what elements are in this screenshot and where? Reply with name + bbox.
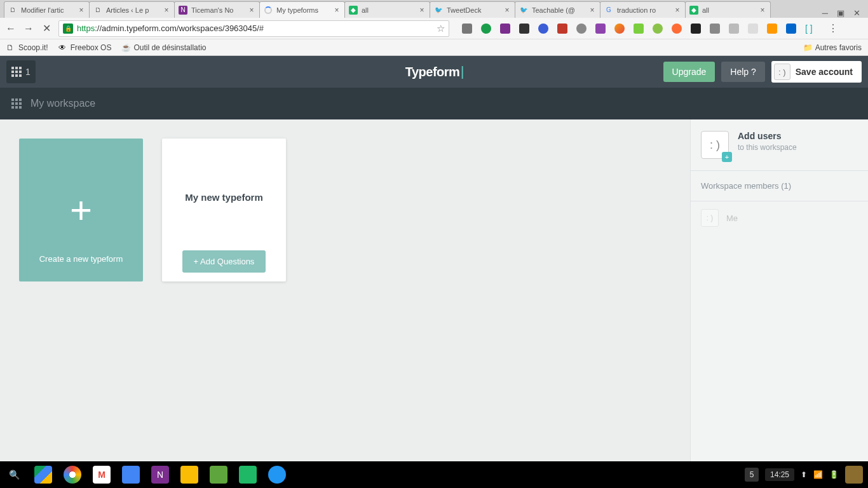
ext-icon[interactable] xyxy=(710,24,720,34)
ext-icon[interactable] xyxy=(481,24,491,34)
freebox-icon: 👁 xyxy=(58,43,67,52)
onenote-icon[interactable]: N xyxy=(151,466,169,484)
tab-title: Teachable (@ xyxy=(532,6,586,14)
close-icon[interactable]: × xyxy=(78,6,85,14)
add-users-panel[interactable]: : )+ Add users to this workspace xyxy=(691,119,868,171)
java-icon: ☕ xyxy=(121,43,130,52)
slides-icon[interactable] xyxy=(180,466,198,484)
menu-icon[interactable]: ⋮ xyxy=(828,22,838,34)
wifi-icon[interactable]: 📶 xyxy=(813,470,823,479)
browser-tab[interactable]: ◆all× xyxy=(344,1,430,18)
avatar-icon: : ) xyxy=(774,64,790,80)
chrome-icon[interactable] xyxy=(64,466,81,484)
main-area: + Create a new typeform My new typeform … xyxy=(0,119,690,461)
ext-icon[interactable] xyxy=(691,24,701,34)
tray-icon[interactable]: ⬆ xyxy=(801,470,807,479)
close-icon[interactable]: × xyxy=(503,6,511,14)
notification-count[interactable]: 5 xyxy=(745,468,759,482)
bookmark-item[interactable]: ☕Outil de désinstallatio xyxy=(121,43,206,52)
gmail-icon[interactable]: M xyxy=(93,466,111,484)
close-icon[interactable]: × xyxy=(674,6,681,14)
browser-tab[interactable]: 🐦TweetDeck× xyxy=(430,1,515,18)
browser-toolbar: ← → ✕ 🔒 https://admin.typeform.com/works… xyxy=(0,18,868,39)
browser-tab-active[interactable]: My typeforms× xyxy=(259,1,345,18)
browser-tabstrip: 🗋Modifier l'artic× 🗋Articles ‹ Le p× NTi… xyxy=(0,0,868,18)
close-icon[interactable]: × xyxy=(163,6,170,14)
grid-icon xyxy=(11,98,22,109)
close-window-icon[interactable]: ✕ xyxy=(853,8,860,18)
ext-icon[interactable] xyxy=(653,24,663,34)
page-icon: 🗋 xyxy=(6,43,15,52)
ext-icon[interactable] xyxy=(519,24,529,34)
ext-icon[interactable] xyxy=(672,24,682,34)
grid-icon xyxy=(11,67,22,77)
forward-icon[interactable]: → xyxy=(23,23,34,34)
upgrade-button[interactable]: Upgrade xyxy=(663,62,715,82)
close-icon[interactable]: × xyxy=(248,6,255,14)
bookmark-star-icon[interactable]: ☆ xyxy=(437,23,445,34)
add-badge-icon: + xyxy=(722,152,732,162)
app-icon[interactable] xyxy=(210,466,227,484)
browser-tab[interactable]: NTiceman's No× xyxy=(174,1,260,18)
battery-icon[interactable]: 🔋 xyxy=(829,470,839,479)
ext-icon[interactable] xyxy=(576,24,587,34)
minimize-icon[interactable]: ─ xyxy=(822,8,828,18)
ext-icon[interactable] xyxy=(748,24,758,34)
tab-title: TweetDeck xyxy=(447,6,501,14)
browser-tab[interactable]: ◆all× xyxy=(685,1,771,18)
ext-icon[interactable] xyxy=(634,24,644,34)
drive-icon[interactable] xyxy=(34,466,52,484)
browser-tab[interactable]: 🐦Teachable (@× xyxy=(515,1,600,18)
account-widget[interactable]: : ) Save account xyxy=(771,61,862,83)
page-icon: 🗋 xyxy=(8,6,17,15)
google-icon: G xyxy=(604,6,613,15)
workspaces-menu-button[interactable]: 1 xyxy=(6,60,36,83)
create-typeform-card[interactable]: + Create a new typeform xyxy=(19,139,143,281)
clock[interactable]: 14:25 xyxy=(765,468,794,481)
folder-icon: 📁 xyxy=(803,43,812,52)
member-row[interactable]: : ) Me xyxy=(691,201,868,234)
ext-icon[interactable] xyxy=(786,24,796,34)
ext-icon[interactable] xyxy=(729,24,739,34)
bookmark-item[interactable]: 🗋Scoop.it! xyxy=(6,43,48,52)
tab-title: My typeforms xyxy=(276,6,330,14)
lock-icon: 🔒 xyxy=(63,24,73,34)
other-bookmarks[interactable]: 📁Autres favoris xyxy=(803,43,862,52)
ext-icon[interactable] xyxy=(538,24,548,34)
ext-icon[interactable] xyxy=(462,24,472,34)
url-text: ://admin.typeform.com/workspaces/3963045… xyxy=(95,24,264,33)
search-icon[interactable]: 🔍 xyxy=(5,466,23,484)
typeform-card[interactable]: My new typeform + Add Questions xyxy=(162,139,286,281)
close-icon[interactable]: × xyxy=(588,6,596,14)
feedly-icon[interactable] xyxy=(239,466,257,484)
tab-title: Articles ‹ Le p xyxy=(106,6,160,14)
ext-icon[interactable] xyxy=(767,24,777,34)
ext-icon[interactable] xyxy=(595,24,606,34)
ext-icon[interactable] xyxy=(614,24,625,34)
back-icon[interactable]: ← xyxy=(5,23,17,34)
address-bar[interactable]: 🔒 https://admin.typeform.com/workspaces/… xyxy=(58,20,449,37)
window-controls: ─ ▣ ✕ xyxy=(815,8,868,18)
stop-icon[interactable]: ✕ xyxy=(41,23,52,34)
form-title: My new typeform xyxy=(185,192,263,203)
avatar-icon: : ) xyxy=(701,209,719,227)
ext-icon[interactable] xyxy=(500,24,510,34)
avatar-icon: : )+ xyxy=(701,131,729,159)
ext-icon[interactable] xyxy=(557,24,567,34)
docs-icon[interactable] xyxy=(122,466,140,484)
url-scheme: https xyxy=(77,24,95,33)
close-icon[interactable]: × xyxy=(418,6,426,14)
maximize-icon[interactable]: ▣ xyxy=(837,8,844,18)
help-button[interactable]: Help ? xyxy=(721,62,764,82)
bookmark-item[interactable]: 👁Freebox OS xyxy=(58,43,112,52)
add-questions-button[interactable]: + Add Questions xyxy=(182,250,266,273)
files-icon[interactable] xyxy=(268,466,286,484)
loading-icon xyxy=(264,6,273,15)
ext-icon[interactable]: [ ] xyxy=(805,24,815,34)
browser-tab[interactable]: Gtraduction ro× xyxy=(600,1,686,18)
browser-tab[interactable]: 🗋Articles ‹ Le p× xyxy=(89,1,175,18)
close-icon[interactable]: × xyxy=(759,6,766,14)
tray-app-icon[interactable] xyxy=(845,466,863,484)
close-icon[interactable]: × xyxy=(333,6,341,14)
browser-tab[interactable]: 🗋Modifier l'artic× xyxy=(4,1,90,18)
